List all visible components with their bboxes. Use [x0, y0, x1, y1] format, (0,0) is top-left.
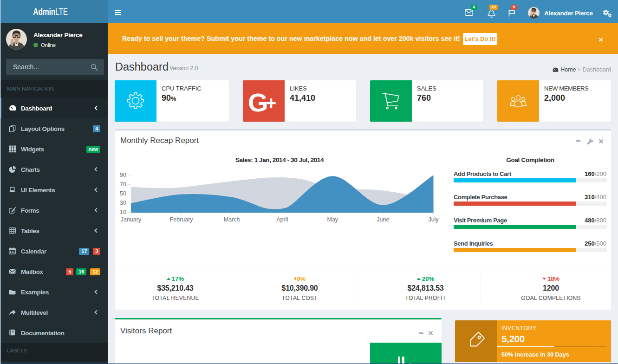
svg-text:February: February [170, 216, 194, 223]
svg-text:March: March [224, 216, 240, 223]
svg-text:July: July [428, 216, 439, 223]
svg-text:70: 70 [120, 181, 126, 188]
svg-text:50: 50 [120, 190, 126, 197]
svg-text:June: June [377, 216, 389, 223]
svg-text:May: May [327, 216, 338, 223]
svg-text:30: 30 [120, 200, 126, 206]
svg-text:90: 90 [120, 172, 126, 178]
svg-text:April: April [276, 216, 288, 223]
svg-text:January: January [121, 216, 142, 223]
svg-text:10: 10 [120, 209, 126, 215]
